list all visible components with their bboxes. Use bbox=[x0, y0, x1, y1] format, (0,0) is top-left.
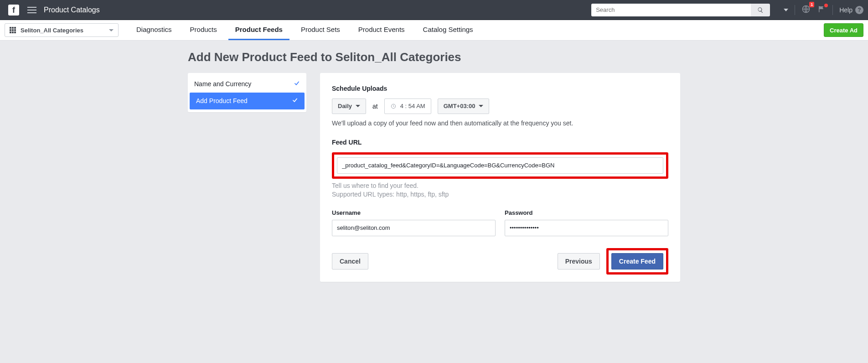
password-label: Password bbox=[505, 209, 668, 216]
frequency-dropdown[interactable]: Daily bbox=[332, 99, 366, 114]
menu-icon[interactable] bbox=[27, 7, 36, 13]
step-add-product-feed[interactable]: Add Product Feed bbox=[190, 93, 305, 109]
feed-url-hint2: Supported URL types: http, https, ftp, s… bbox=[332, 190, 668, 199]
announcements-icon[interactable] bbox=[817, 5, 826, 15]
global-search bbox=[591, 4, 770, 16]
step-label: Name and Currency bbox=[194, 80, 251, 88]
topbar-right: 1 Help ? bbox=[784, 5, 863, 15]
topbar-title: Product Catalogs bbox=[44, 6, 100, 14]
password-input[interactable] bbox=[505, 220, 668, 236]
feed-url-heading: Feed URL bbox=[332, 139, 668, 146]
create-feed-button[interactable]: Create Feed bbox=[611, 253, 663, 270]
check-icon bbox=[292, 97, 298, 105]
password-field: Password bbox=[505, 209, 668, 236]
frequency-value: Daily bbox=[338, 103, 352, 109]
search-icon bbox=[757, 7, 764, 13]
chevron-down-icon bbox=[109, 29, 114, 31]
tab-product-feeds[interactable]: Product Feeds bbox=[228, 20, 289, 40]
tab-diagnostics[interactable]: Diagnostics bbox=[129, 20, 179, 40]
time-input[interactable]: 4 : 54 AM bbox=[384, 99, 431, 114]
username-field: Username bbox=[332, 209, 496, 236]
notifications-badge: 1 bbox=[809, 2, 814, 7]
schedule-heading: Schedule Uploads bbox=[332, 85, 668, 92]
chevron-down-icon bbox=[356, 105, 360, 107]
previous-button[interactable]: Previous bbox=[558, 253, 600, 270]
schedule-hint: We'll upload a copy of your feed now and… bbox=[332, 119, 668, 128]
search-input[interactable] bbox=[591, 4, 751, 16]
announcements-badge bbox=[824, 4, 828, 7]
feed-url-hint1: Tell us where to find your feed. bbox=[332, 182, 668, 191]
account-dropdown-icon[interactable] bbox=[784, 9, 788, 11]
tab-product-events[interactable]: Product Events bbox=[351, 20, 412, 40]
timezone-value: GMT+03:00 bbox=[444, 103, 475, 109]
notifications-icon[interactable]: 1 bbox=[801, 5, 811, 15]
username-label: Username bbox=[332, 209, 496, 216]
facebook-logo[interactable]: f bbox=[8, 5, 19, 16]
cancel-button[interactable]: Cancel bbox=[332, 253, 368, 270]
subnav: Seliton_All Categories Diagnostics Produ… bbox=[0, 20, 868, 41]
tab-catalog-settings[interactable]: Catalog Settings bbox=[416, 20, 480, 40]
chevron-down-icon bbox=[479, 105, 483, 107]
wizard-steps: Name and Currency Add Product Feed bbox=[188, 73, 306, 112]
at-label: at bbox=[372, 103, 378, 110]
apps-grid-icon bbox=[10, 27, 16, 33]
help-link[interactable]: Help ? bbox=[839, 6, 863, 14]
separator bbox=[832, 5, 833, 15]
tab-product-sets[interactable]: Product Sets bbox=[294, 20, 347, 40]
step-name-currency[interactable]: Name and Currency bbox=[188, 76, 306, 93]
page-title: Add New Product Feed to Seliton_All Cate… bbox=[188, 50, 680, 65]
feed-url-input[interactable] bbox=[337, 157, 663, 174]
separator bbox=[795, 5, 795, 15]
catalog-picker[interactable]: Seliton_All Categories bbox=[5, 23, 119, 37]
step-label: Add Product Feed bbox=[196, 97, 248, 104]
create-ad-button[interactable]: Create Ad bbox=[824, 23, 863, 37]
search-button[interactable] bbox=[751, 4, 770, 16]
tab-products[interactable]: Products bbox=[183, 20, 224, 40]
help-label: Help bbox=[839, 6, 852, 14]
clock-icon bbox=[390, 103, 397, 109]
timezone-dropdown[interactable]: GMT+03:00 bbox=[438, 99, 490, 114]
feed-url-callout bbox=[332, 152, 668, 179]
form-footer: Cancel Previous Create Feed bbox=[332, 248, 668, 275]
username-input[interactable] bbox=[332, 220, 496, 236]
topbar: f Product Catalogs 1 Help ? bbox=[0, 0, 868, 20]
check-icon bbox=[294, 80, 300, 88]
feed-form-panel: Schedule Uploads Daily at 4 : 54 AM GMT+… bbox=[320, 73, 680, 282]
tabs: Diagnostics Products Product Feeds Produ… bbox=[129, 20, 480, 40]
catalog-picker-label: Seliton_All Categories bbox=[21, 27, 83, 34]
create-feed-callout: Create Feed bbox=[606, 248, 668, 275]
page: Add New Product Feed to Seliton_All Cate… bbox=[183, 41, 685, 300]
help-icon: ? bbox=[855, 6, 863, 14]
time-value: 4 : 54 AM bbox=[400, 103, 425, 109]
